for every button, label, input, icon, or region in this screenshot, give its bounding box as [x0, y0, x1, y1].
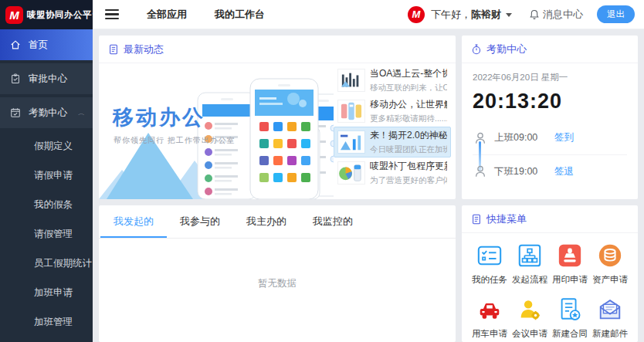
flow-icon [517, 242, 543, 269]
calendar-check-icon [10, 107, 21, 118]
latest-news-card: 最新动态 [99, 36, 456, 199]
quick-item-start-flow[interactable]: 发起流程 [510, 242, 550, 286]
sidebar-subitem-leave-management[interactable]: 请假管理 [0, 219, 93, 249]
quick-menu-grid: 我的任务 发起流程 [462, 233, 638, 340]
person-icon [473, 164, 488, 178]
check-in-label: 上班09:00 [494, 131, 554, 144]
tasks-card: 我发起的 我参与的 我主办的 我监控的 暂无数据 [99, 205, 456, 342]
top-header: M 唛盟协同办公平台 全部应用 我的工作台 M 下午好，陈裕财 消息中心 退出 [0, 0, 644, 29]
news-item-desc: 为了营造更好的客户体验，唛 [370, 175, 447, 186]
mail-icon [597, 296, 623, 323]
main-content: 最新动态 [93, 29, 644, 342]
nav-all-apps[interactable]: 全部应用 [147, 8, 187, 22]
latest-news-header: 最新动态 [99, 36, 456, 63]
attendance-header: 考勤中心 [462, 36, 638, 63]
news-thumbnail [337, 130, 365, 154]
quick-item-label: 发起流程 [512, 274, 547, 286]
quick-item-new-mail[interactable]: 新建邮件 [590, 296, 630, 340]
nav-my-workbench[interactable]: 我的工作台 [215, 8, 265, 22]
contract-icon [557, 296, 583, 323]
news-item-title: 当OA遇上云-整个协同OA [370, 67, 447, 80]
tasks-tabs: 我发起的 我参与的 我主办的 我监控的 [99, 205, 456, 239]
home-icon [10, 39, 21, 50]
bell-icon [529, 9, 540, 20]
stopwatch-icon [471, 44, 482, 55]
banner-subline: 帮你领先同行 把工作带出办公室 [114, 135, 236, 146]
tab-hosted-by-me[interactable]: 我主办的 [233, 205, 300, 238]
quick-item-vehicle-request[interactable]: 用车申请 [469, 296, 510, 340]
sidebar-item-approval-center[interactable]: 审批中心 [0, 63, 93, 94]
app-logo: M [5, 6, 23, 24]
news-item-title: 唛盟补丁包程序更新 [370, 160, 447, 173]
user-greeting[interactable]: 下午好，陈裕财 [431, 8, 501, 22]
quick-item-label: 我的任务 [472, 274, 507, 286]
news-text: 唛盟补丁包程序更新 为了营造更好的客户体验，唛 [370, 160, 447, 186]
chevron-up-icon: ︿ [78, 109, 85, 117]
message-center-link[interactable]: 消息中心 [529, 8, 583, 22]
news-item[interactable]: 唛盟补丁包程序更新 为了营造更好的客户体验，唛 [334, 157, 451, 188]
news-list: 当OA遇上云-整个协同OA 移动互联的到来，让OA与云 移动办 [334, 63, 456, 199]
check-out-row: 下班19:00 签退 [473, 154, 627, 188]
sidebar-subitem-my-leave-notes[interactable]: 我的假条 [0, 190, 93, 219]
quick-item-seal-request[interactable]: 用印申请 [550, 242, 590, 286]
asset-icon [597, 242, 623, 269]
quick-item-meeting-request[interactable]: 会议申请 [510, 296, 550, 340]
news-item-title: 移动办公，让世界触手可 [370, 98, 447, 111]
news-text: 来！揭开2.0的神秘面纱- 今日唛盟团队正在加班加点， [370, 129, 447, 155]
quick-item-label: 用车申请 [472, 328, 507, 340]
sidebar-subitem-holiday-definition[interactable]: 假期定义 [0, 131, 93, 161]
person-icon [473, 131, 488, 145]
sidebar-subitem-overtime-management[interactable]: 加班管理 [0, 307, 93, 337]
check-out-label: 下班19:00 [494, 165, 554, 178]
oa-dashboard: M 唛盟协同办公平台 全部应用 我的工作台 M 下午好，陈裕财 消息中心 退出 [0, 0, 644, 342]
logout-button[interactable]: 退出 [597, 5, 635, 23]
tab-participated-by-me[interactable]: 我参与的 [167, 205, 233, 238]
attendance-clock: 20:13:20 [473, 90, 627, 113]
sidebar-item-label: 考勤中心 [29, 107, 67, 120]
header-main: 全部应用 我的工作台 M 下午好，陈裕财 消息中心 退出 [93, 0, 644, 29]
sidebar-subitem-employee-holiday-stats[interactable]: 员工假期统计 [0, 249, 93, 278]
right-column: 考勤中心 2022年06月20日 星期一 20:13:20 上班09:00 [462, 36, 638, 342]
quick-item-label: 新建邮件 [592, 328, 628, 340]
news-thumbnail [337, 69, 365, 92]
sidebar-item-attendance-center[interactable]: 考勤中心 ︿ [0, 97, 93, 128]
quick-menu-header: 快捷菜单 [462, 205, 638, 233]
quick-item-new-contract[interactable]: 新建合同 [550, 296, 590, 340]
app-title: 唛盟协同办公平台 [27, 9, 101, 21]
user-avatar[interactable]: M [408, 6, 425, 23]
check-in-row: 上班09:00 签到 [473, 121, 627, 154]
tasks-icon [476, 242, 503, 269]
quick-item-label: 新建合同 [552, 328, 588, 340]
news-item-selected[interactable]: 来！揭开2.0的神秘面纱- 今日唛盟团队正在加班加点， [334, 127, 451, 157]
brand-area: M 唛盟协同办公平台 [0, 0, 93, 29]
check-out-link[interactable]: 签退 [554, 165, 574, 178]
news-item[interactable]: 移动办公，让世界触手可 更多精彩敬请期待....... [334, 96, 451, 127]
quick-item-asset-request[interactable]: 资产申请 [590, 242, 630, 286]
empty-state-text: 暂无数据 [99, 239, 456, 290]
check-in-link[interactable]: 签到 [554, 131, 574, 144]
document-icon [108, 44, 119, 55]
user-dropdown-caret-icon[interactable] [506, 13, 512, 17]
news-banner[interactable]: 移动办公 帮你领先同行 把工作带出办公室 [99, 63, 334, 199]
notebook-icon [471, 214, 482, 225]
sidebar-item-home[interactable]: 首页 [0, 29, 93, 60]
news-thumbnail [337, 100, 365, 123]
news-body: 移动办公 帮你领先同行 把工作带出办公室 当OA遇上云-整个协同OA [99, 63, 456, 199]
attendance-date: 2022年06月20日 星期一 [473, 72, 627, 83]
username: 陈裕财 [471, 8, 501, 20]
quick-item-my-tasks[interactable]: 我的任务 [469, 242, 510, 286]
sidebar-subitem-leave-request[interactable]: 请假申请 [0, 161, 93, 190]
clipboard-icon [10, 73, 21, 84]
sidebar-item-label: 首页 [29, 39, 48, 52]
sidebar: 首页 审批中心 考勤中心 ︿ 假期定义 请假申请 我的假条 请假管理 员工假期统… [0, 29, 93, 342]
car-icon [476, 296, 503, 323]
quick-item-label: 用印申请 [552, 274, 588, 286]
menu-toggle-icon[interactable] [105, 9, 119, 20]
sidebar-subitem-overtime-request[interactable]: 加班申请 [0, 278, 93, 307]
tab-monitored-by-me[interactable]: 我监控的 [300, 205, 366, 238]
news-item-desc: 更多精彩敬请期待....... [370, 113, 447, 124]
quick-menu-card: 快捷菜单 我的任务 [462, 205, 638, 342]
news-item[interactable]: 当OA遇上云-整个协同OA 移动互联的到来，让OA与云 [334, 65, 451, 96]
seal-icon [557, 242, 583, 269]
tab-initiated-by-me[interactable]: 我发起的 [100, 205, 167, 238]
